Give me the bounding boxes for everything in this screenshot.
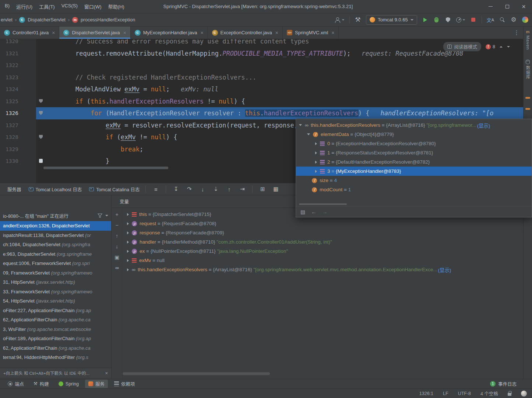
popup-row[interactable]: fsize = 4 [296,176,532,185]
expand-icon[interactable] [127,268,129,271]
expand-icon[interactable] [127,241,129,244]
next-error-icon[interactable] [507,46,510,48]
translate-icon[interactable]: 文A [487,16,494,24]
toolwindow-button-build[interactable]: ⚒构建 [30,380,52,388]
variables-horizontal-scrollbar[interactable] [123,372,270,375]
reader-mode-button[interactable]: 阅读器模式 [443,42,482,51]
stack-frame-row[interactable]: 33, FrameworkServlet (org.springframewo [0,287,111,297]
line-number[interactable]: 1329 [0,143,36,156]
minimize-button[interactable] [482,0,499,13]
expand-icon[interactable] [307,133,310,135]
step-out-icon[interactable]: ↑ [226,186,232,192]
stack-frame-row[interactable]: 62, ApplicationFilterChain (org.apache.c… [0,315,111,325]
thread-selector[interactable]: io-8080-... 在组 "main" 正在运行 [0,210,111,221]
error-indicator[interactable]: ! 8 [486,44,495,49]
search-icon[interactable] [499,16,505,24]
menu-item[interactable]: 帮助(H) [105,1,128,11]
frame-marker-icon[interactable] [39,159,43,163]
popup-row[interactable]: fmodCount = 1 [296,185,532,194]
line-separator[interactable]: LF [443,391,448,396]
force-step-into-icon[interactable]: ⇣ [212,186,219,192]
back-icon[interactable]: ← [311,209,316,215]
stack-frame-row[interactable]: 31, HttpServlet (javax.servlet.http) [0,277,111,287]
readonly-lock-icon[interactable] [508,393,511,396]
close-tip-icon[interactable]: × [105,370,108,376]
code-line[interactable]: 1324ModelAndView exMv = null;exMv: null [0,83,523,95]
tab-close-icon[interactable]: × [200,30,203,36]
toolwindow-button-spring[interactable]: Spring [55,381,82,387]
move-watch-up-icon[interactable]: ↑ [116,233,118,239]
line-number[interactable]: 1322 [0,59,36,71]
bookmark-icon[interactable] [39,99,43,103]
tab-close-icon[interactable]: × [275,30,278,36]
variable-row[interactable]: pex = {NullPointerException@8711} "java.… [123,247,523,256]
duplicate-watch-icon[interactable]: ▣ [114,254,119,260]
expand-icon[interactable] [315,170,317,173]
popup-row[interactable]: oothis.handlerExceptionResolvers = {Arra… [296,121,532,130]
popup-row[interactable]: 1 = {ResponseStatusExceptionResolver@878… [296,148,532,157]
debug-icon[interactable] [433,16,440,24]
line-number[interactable]: 1323 [0,71,36,84]
stack-frame-row[interactable]: ternal:94, HiddenHttpMethodFilter (org.s [0,353,111,362]
maximize-button[interactable] [499,0,515,13]
editor-tab[interactable]: CExceptionController.java× [208,27,283,39]
avatar-icon[interactable] [522,16,528,24]
line-number[interactable]: 1326 [0,107,36,119]
user-icon[interactable] [335,16,345,24]
show-more-link[interactable]: (显示) [438,266,451,273]
prev-error-icon[interactable] [500,46,503,48]
run-to-cursor-icon[interactable]: ⇥ [239,186,246,192]
menu-item[interactable]: VCS(S) [58,1,81,11]
menu-item[interactable]: 工具(T) [36,1,58,11]
breadcrumb-item[interactable]: DispatcherServlet [28,17,66,22]
database-icon[interactable] [526,60,530,64]
breadcrumb-item[interactable]: ervlet [1,17,13,22]
code-line[interactable]: 1323// Check registered HandlerException… [0,71,523,84]
stack-frame-row[interactable]: 3, WsFilter (org.apache.tomcat.websocke [0,325,111,334]
expand-icon[interactable] [127,231,129,234]
menu-item[interactable]: 窗口(W) [81,1,105,11]
variable-row[interactable]: presponse = {ResponseFacade@8709} [123,228,523,237]
editor-tab[interactable]: </>SpringMVC.xml× [283,27,339,39]
profiler-icon[interactable] [456,16,465,24]
popup-row[interactable]: felementData = {Object[4]@8779} [296,130,532,139]
tab-close-icon[interactable]: × [123,30,126,36]
code-line[interactable]: 1322 [0,59,523,71]
step-over-icon[interactable]: ↷ [186,186,193,192]
expand-icon[interactable] [315,151,317,154]
stack-frame-row[interactable]: ispatchResult:1138, DispatcherServlet (o… [0,231,111,240]
variable-row[interactable]: exMv = null [123,256,523,265]
popup-row[interactable]: 2 = {DefaultHandlerExceptionResolver@878… [296,157,532,167]
popup-horizontal-scrollbar[interactable] [299,203,347,205]
forward-icon[interactable]: → [322,209,327,215]
editor-tab[interactable]: CMyExceptionHandler.java× [131,27,208,39]
database-tool-button[interactable]: 数据库 [525,66,531,80]
expand-icon[interactable] [299,124,302,126]
menu-item[interactable]: 运行(U) [13,1,36,11]
indent-setting[interactable]: 4 个空格 [480,390,498,397]
move-watch-down-icon[interactable]: ↓ [116,244,118,249]
settings-menu-icon[interactable]: ≡ [152,186,159,192]
stack-frame-row[interactable]: oFilter:227, ApplicationFilterChain (org… [0,306,111,315]
stack-frame-row[interactable]: 09, FrameworkServlet (org.springframewo [0,268,111,278]
toolwindow-button-services[interactable]: 服务 [85,380,108,388]
stack-frame-row[interactable]: andlerException:1326, DispatcherServlet [0,221,111,231]
line-number[interactable]: 1324 [0,83,36,95]
filter-funnel-icon[interactable] [98,213,102,218]
show-watches-icon[interactable]: oo [115,265,119,271]
code-line[interactable]: 1326 for (HandlerExceptionResolver resol… [0,107,523,119]
stack-frame-row[interactable]: equest:1006, FrameworkServlet (org.spri [0,259,111,268]
line-number[interactable]: 1321 [0,48,36,60]
variable-row[interactable]: phandler = {HandlerMethod@8710} "com.zh.… [123,237,523,247]
expand-icon[interactable] [127,259,129,262]
coverage-icon[interactable] [445,16,451,24]
stack-frame-row[interactable]: 62, ApplicationFilterChain (org.apache.c… [0,343,111,353]
editor-horizontal-scrollbar[interactable] [43,167,168,169]
line-number[interactable]: 1327 [0,119,36,132]
add-watch-icon[interactable]: + [115,212,118,217]
step-into-icon[interactable]: ↓ [199,186,206,192]
error-stripe-mark[interactable] [525,108,530,110]
menu-item[interactable]: B) [1,1,13,11]
caret-position[interactable]: 1326:1 [419,391,433,396]
stack-frame-row[interactable]: 54, HttpServlet (javax.servlet.http) [0,296,111,306]
